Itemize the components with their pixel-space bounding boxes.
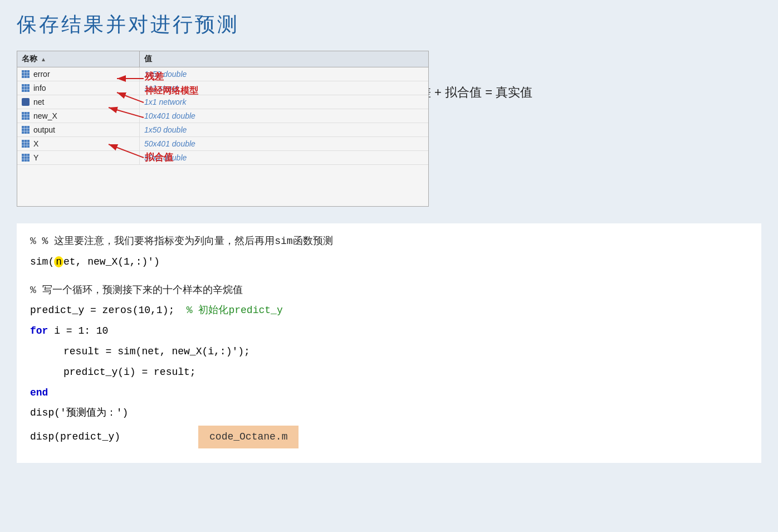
table-row[interactable]: X 50x401 double: [17, 137, 428, 151]
workspace-table: 名称 ▲ 值 error 1x50 double: [17, 51, 429, 207]
predict-assign-code: predict_y(i) = result;: [63, 367, 196, 378]
grid-icon: [22, 112, 30, 120]
output-annotation: 拟合值: [145, 151, 173, 164]
table-row[interactable]: output 1x50 double: [17, 123, 428, 137]
table-row[interactable]: net 1x1 network: [17, 95, 428, 109]
code-predict-assign: predict_y(i) = result;: [30, 364, 748, 380]
row-name-label: info: [33, 84, 46, 92]
table-with-annotations: 名称 ▲ 值 error 1x50 double: [17, 51, 384, 207]
code-for-loop: for i = 1: 10: [30, 323, 748, 339]
sort-arrow-icon: ▲: [41, 56, 46, 62]
name-col-label: 名称: [22, 54, 37, 64]
code-comment-block-1: % % 这里要注意，我们要将指标变为列向量，然后再用sim函数预测: [30, 233, 748, 250]
filename-badge: code_Octane.m: [198, 426, 299, 448]
grid-icon: [22, 126, 30, 134]
grid-icon: [22, 84, 30, 92]
for-condition: i = 1: 10: [48, 325, 108, 336]
code-comment-block-2: % 写一个循环，预测接下来的十个样本的辛烷值: [30, 282, 748, 299]
row-name-cell: Y: [17, 151, 140, 164]
neural-network-annotation: 神经网络模型: [145, 85, 198, 97]
grid-icon: [22, 154, 30, 162]
page-container: 保存结果并对进行预测 名称 ▲ 值: [0, 0, 778, 532]
row-name-label: Y: [33, 153, 38, 162]
for-keyword: for: [30, 325, 48, 336]
code-line-1-block: sim(net, new_X(1,:)'): [30, 254, 748, 270]
row-name-cell: output: [17, 123, 140, 136]
code-disp2-line: disp(predict_y) code_Octane.m: [30, 426, 748, 448]
result-code: result = sim(net, new_X(i,:)');: [63, 346, 250, 357]
predict-init-code: predict_y = zeros(10,1);: [30, 305, 187, 316]
inline-comment-init: % 初始化predict_y: [187, 305, 283, 316]
end-keyword: end: [30, 387, 48, 398]
disp2-code: disp(predict_y): [30, 429, 120, 445]
col-value-header: 值: [140, 51, 307, 67]
row-name-cell: info: [17, 81, 140, 95]
table-row[interactable]: info 1x1 struct: [17, 81, 428, 95]
row-value-cell: 10x401 double: [140, 109, 307, 123]
page-title: 保存结果并对进行预测: [17, 11, 761, 38]
code-line-sim: sim(net, new_X(1,:)'): [30, 256, 160, 267]
row-value-cell: 50x401 double: [140, 137, 307, 150]
code-predict-init: predict_y = zeros(10,1); % 初始化predict_y: [30, 302, 748, 319]
table-row[interactable]: new_X 10x401 double: [17, 109, 428, 123]
row-name-cell: net: [17, 95, 140, 109]
row-name-cell: new_X: [17, 109, 140, 123]
code-end: end: [30, 385, 748, 401]
error-annotation: 残差: [145, 70, 164, 83]
code-comment-1: % 这里要注意，我们要将指标变为列向量，然后再用sim函数预测: [42, 236, 333, 247]
col-name-header: 名称 ▲: [17, 51, 140, 67]
code-result-line: result = sim(net, new_X(i,:)');: [30, 344, 748, 360]
code-comment-2: 写一个循环，预测接下来的十个样本的辛烷值: [42, 285, 243, 296]
workspace-area: 名称 ▲ 值 error 1x50 double: [17, 51, 761, 207]
row-name-label: new_X: [33, 111, 57, 120]
row-name-label: net: [33, 97, 44, 106]
table-row[interactable]: error 1x50 double: [17, 67, 428, 81]
row-name-label: X: [33, 139, 38, 148]
row-name-label: error: [33, 70, 50, 79]
row-name-cell: error: [17, 67, 140, 81]
table-header: 名称 ▲ 值: [17, 51, 428, 67]
row-name-label: output: [33, 125, 55, 134]
code-area: % % 这里要注意，我们要将指标变为列向量，然后再用sim函数预测 sim(ne…: [17, 223, 761, 463]
row-value-cell: 1x50 double: [140, 67, 307, 81]
table-row[interactable]: Y 50x1 double: [17, 151, 428, 165]
grid-icon: [22, 140, 30, 148]
grid-icon: [22, 70, 30, 78]
net-icon: [22, 98, 30, 106]
disp1-code: disp('预测值为：'): [30, 407, 128, 418]
row-value-cell: 1x50 double: [140, 123, 307, 136]
code-disp1: disp('预测值为：'): [30, 405, 748, 421]
row-name-cell: X: [17, 137, 140, 150]
row-value-cell: 1x1 network: [140, 95, 307, 109]
value-col-label: 值: [144, 54, 152, 63]
